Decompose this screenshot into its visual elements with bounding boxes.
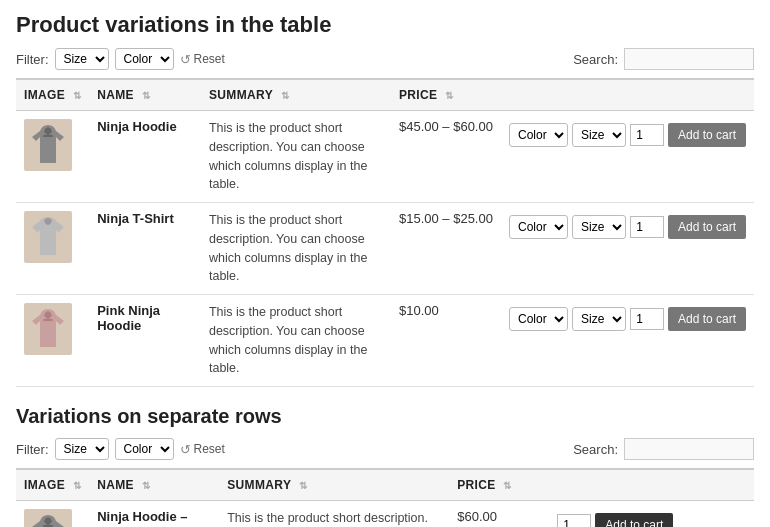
size-select[interactable]: Size — [572, 307, 626, 331]
section2-search-label: Search: — [573, 442, 618, 457]
product-summary: This is the product short description. Y… — [209, 121, 367, 191]
section2-color-select[interactable]: Color — [115, 438, 174, 460]
product-name: Ninja Hoodie — [97, 119, 176, 134]
qty-input[interactable] — [557, 514, 591, 527]
th-name-2[interactable]: NAME ⇅ — [89, 469, 219, 501]
product-price-cell: $60.00 — [449, 501, 549, 528]
color-select[interactable]: Color — [509, 123, 568, 147]
section2-filter-bar: Filter: Size Color ↺ Reset Search: — [16, 438, 754, 460]
product-image-cell — [16, 295, 89, 387]
product-summary-cell: This is the product short description. Y… — [201, 295, 391, 387]
color-select[interactable]: Color — [509, 215, 568, 239]
th-actions-1 — [501, 79, 754, 111]
product-image — [24, 303, 72, 355]
product-price-cell: $45.00 – $60.00 — [391, 111, 501, 203]
section2-search-input[interactable] — [624, 438, 754, 460]
reset-icon-2: ↺ — [180, 442, 191, 457]
product-name-cell: Pink Ninja Hoodie — [89, 295, 201, 387]
product-name: Ninja T-Shirt — [97, 211, 174, 226]
section2-title: Variations on separate rows — [16, 405, 754, 428]
product-summary-cell: This is the product short description. Y… — [201, 203, 391, 295]
section1-table: IMAGE ⇅ NAME ⇅ SUMMARY ⇅ PRICE ⇅ Ninja H… — [16, 78, 754, 387]
add-to-cart-button[interactable]: Add to cart — [595, 513, 673, 527]
section1-search-label: Search: — [573, 52, 618, 67]
table-row: Pink Ninja HoodieThis is the product sho… — [16, 295, 754, 387]
table-row: Ninja Hoodie – Color: White, Size: Large… — [16, 501, 754, 528]
product-price: $60.00 — [457, 509, 497, 524]
product-name-cell: Ninja Hoodie — [89, 111, 201, 203]
add-to-cart-button[interactable]: Add to cart — [668, 307, 746, 331]
table-row: Ninja HoodieThis is the product short de… — [16, 111, 754, 203]
product-image — [24, 119, 72, 171]
th-name-1[interactable]: NAME ⇅ — [89, 79, 201, 111]
product-name: Ninja Hoodie – Color: White, Size: Large — [97, 509, 187, 527]
color-select[interactable]: Color — [509, 307, 568, 331]
product-summary: This is the product short description. Y… — [209, 305, 367, 375]
section1-table-header-row: IMAGE ⇅ NAME ⇅ SUMMARY ⇅ PRICE ⇅ — [16, 79, 754, 111]
product-name-cell: Ninja Hoodie – Color: White, Size: Large — [89, 501, 219, 528]
th-price-1[interactable]: PRICE ⇅ — [391, 79, 501, 111]
size-select[interactable]: Size — [572, 215, 626, 239]
section2-reset-button[interactable]: ↺ Reset — [180, 442, 225, 457]
product-image-cell — [16, 501, 89, 528]
section1-search-input[interactable] — [624, 48, 754, 70]
th-image-1[interactable]: IMAGE ⇅ — [16, 79, 89, 111]
add-to-cart-button[interactable]: Add to cart — [668, 123, 746, 147]
add-to-cart-button[interactable]: Add to cart — [668, 215, 746, 239]
product-summary-cell: This is the product short description. Y… — [219, 501, 449, 528]
product-summary: This is the product short description. Y… — [209, 213, 367, 283]
product-name: Pink Ninja Hoodie — [97, 303, 160, 333]
product-summary-cell: This is the product short description. Y… — [201, 111, 391, 203]
table-row: Ninja T-ShirtThis is the product short d… — [16, 203, 754, 295]
th-image-2[interactable]: IMAGE ⇅ — [16, 469, 89, 501]
section2-filter-label: Filter: — [16, 442, 49, 457]
product-price-cell: $10.00 — [391, 295, 501, 387]
product-price: $10.00 — [399, 303, 439, 318]
th-summary-1[interactable]: SUMMARY ⇅ — [201, 79, 391, 111]
qty-input[interactable] — [630, 124, 664, 146]
section1-color-select[interactable]: Color — [115, 48, 174, 70]
product-actions-cell: Add to cart — [549, 501, 754, 528]
section1-title: Product variations in the table — [16, 12, 754, 38]
section1-filter-bar: Filter: Size Color ↺ Reset Search: — [16, 48, 754, 70]
product-actions-cell: ColorSizeAdd to cart — [501, 295, 754, 387]
product-summary: This is the product short description. Y… — [227, 511, 428, 527]
product-image-cell — [16, 111, 89, 203]
section2-size-select[interactable]: Size — [55, 438, 109, 460]
product-price-cell: $15.00 – $25.00 — [391, 203, 501, 295]
svg-rect-0 — [43, 135, 53, 137]
th-actions-2 — [549, 469, 754, 501]
qty-input[interactable] — [630, 308, 664, 330]
section2-search-area: Search: — [573, 438, 754, 460]
section1-size-select[interactable]: Size — [55, 48, 109, 70]
section1-reset-button[interactable]: ↺ Reset — [180, 52, 225, 67]
th-summary-2[interactable]: SUMMARY ⇅ — [219, 469, 449, 501]
th-price-2[interactable]: PRICE ⇅ — [449, 469, 549, 501]
product-actions-cell: ColorSizeAdd to cart — [501, 203, 754, 295]
product-image — [24, 509, 72, 527]
size-select[interactable]: Size — [572, 123, 626, 147]
product-actions-cell: ColorSizeAdd to cart — [501, 111, 754, 203]
product-price: $45.00 – $60.00 — [399, 119, 493, 134]
section1-filter-label: Filter: — [16, 52, 49, 67]
qty-input[interactable] — [630, 216, 664, 238]
reset-icon: ↺ — [180, 52, 191, 67]
product-image — [24, 211, 72, 263]
section2-table-header-row: IMAGE ⇅ NAME ⇅ SUMMARY ⇅ PRICE ⇅ — [16, 469, 754, 501]
product-image-cell — [16, 203, 89, 295]
product-price: $15.00 – $25.00 — [399, 211, 493, 226]
section2-table: IMAGE ⇅ NAME ⇅ SUMMARY ⇅ PRICE ⇅ Ninja H… — [16, 468, 754, 527]
product-name-cell: Ninja T-Shirt — [89, 203, 201, 295]
section1-search-area: Search: — [573, 48, 754, 70]
svg-rect-1 — [43, 319, 53, 321]
